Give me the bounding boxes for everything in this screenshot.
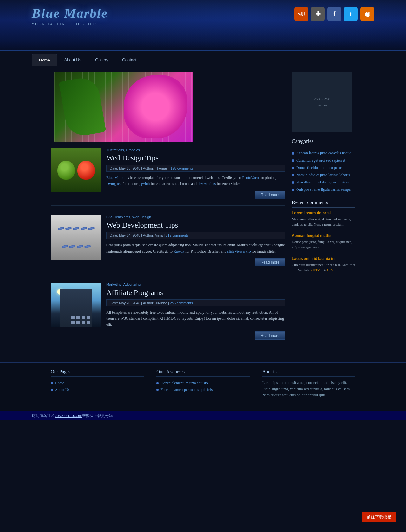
photovaco-link[interactable]: PhotoVaco xyxy=(242,176,259,180)
pill-3 xyxy=(73,226,79,230)
window-2 xyxy=(76,316,80,319)
post-1-author: Thomas xyxy=(155,166,168,170)
post-1-body: Illustrations, Graphics Wed Design Tips … xyxy=(106,148,285,199)
post-2-sep1: | Author: xyxy=(141,234,155,237)
window-8 xyxy=(87,321,90,324)
post-1-comments[interactable]: 128 comments xyxy=(170,166,193,170)
footer-link-about: About Us xyxy=(51,387,144,393)
post-2-excerpt: Cras porta porta turpis, sed ornare quam… xyxy=(106,242,285,254)
post-1-title: Wed Design Tips xyxy=(106,154,285,162)
comment-3: Lacus enim id lacinia in Curabitur ullam… xyxy=(292,256,355,276)
cat-link-3[interactable]: Donec tincidunt nibh eu purus xyxy=(296,165,342,170)
flower-decoration xyxy=(124,75,187,138)
window-3 xyxy=(82,316,85,319)
post-1-meta: Date: May 28, 2048 | Author: Thomas | 12… xyxy=(106,165,285,172)
cat-dot-6 xyxy=(292,189,294,191)
cat-link-2[interactable]: Curabitur eget orci sed sapien et xyxy=(296,158,345,163)
header: Blue Marble YOUR TAGLINE GOES HERE SU ✚ … xyxy=(0,0,406,51)
rss-icon[interactable]: ◉ xyxy=(360,7,374,21)
post-1-thumbnail xyxy=(51,148,102,192)
comment-3-text: Curabitur ullamcorper ultrices nisi. Nam… xyxy=(292,262,355,272)
post-3-body: Marketing, Advertising Affiliate Program… xyxy=(106,283,285,340)
featured-image-container xyxy=(51,72,285,142)
post-1-excerpt: Blue Marble is free css template for you… xyxy=(106,175,285,187)
pill-5 xyxy=(88,226,95,230)
pills-image xyxy=(51,215,102,260)
leaf-decoration xyxy=(59,75,106,138)
post-3-date: May 20, 2048 xyxy=(119,301,140,305)
cat-link-illustrations[interactable]: Illustrations xyxy=(106,148,124,152)
post-3-read-more[interactable]: Read more xyxy=(255,331,285,340)
cat-link-graphics[interactable]: Graphics xyxy=(126,148,140,152)
post-3-categories: Marketing, Advertising xyxy=(106,283,285,286)
cat-link-4[interactable]: Nam in odio et justo lacinia loborts xyxy=(296,173,350,177)
cat-link-1[interactable]: Aenean lacinia justo convalis neque xyxy=(296,151,351,156)
post-3-comments[interactable]: 256 comments xyxy=(170,301,193,305)
cat-link-marketing[interactable]: Marketing xyxy=(106,283,121,286)
stumbleupon-icon[interactable]: SU xyxy=(294,7,308,21)
cat-dot-3 xyxy=(292,167,294,169)
footer-resource-link-1[interactable]: Donec elementum uma et justo xyxy=(160,381,208,386)
nav-item-home[interactable]: Home xyxy=(32,54,57,66)
jwloh-link[interactable]: jwloh xyxy=(141,182,150,186)
footer-about-link[interactable]: About Us xyxy=(55,388,69,392)
rawox-link[interactable]: Rawox xyxy=(174,249,184,253)
cat-link-advertising[interactable]: Advertising xyxy=(123,283,141,286)
post-2-author: Vinia xyxy=(155,234,163,237)
dev7studios-link[interactable]: dev7studios xyxy=(198,182,216,186)
comment-2-author: Aenean feugiat mattis xyxy=(292,234,355,238)
blue-marble-link[interactable]: Blue Marble xyxy=(106,176,125,180)
banner-ad: 250 x 250banner xyxy=(292,72,352,132)
footer-columns: Our Pages Home About Us Our Resources Do… xyxy=(51,369,355,398)
post-2-comments[interactable]: 512 comments xyxy=(166,234,188,237)
post-3-title: Affiliate Programs xyxy=(106,288,285,297)
comment-2: Aenean feugiat mattis Donec pede justo, … xyxy=(292,234,355,253)
cat-link-6[interactable]: Quisque et ante ligula varius semper xyxy=(296,187,352,192)
recent-comments-section: Recent comments Lorem ipsum dolor si Mae… xyxy=(292,200,355,276)
post-1-sep1: | Author: xyxy=(141,166,155,170)
recent-comments-title: Recent comments xyxy=(292,200,355,208)
cat-link-webdesign[interactable]: Web Design xyxy=(132,215,151,219)
navigation: Home About Us Gallery Contact xyxy=(0,54,406,66)
post-3-date-label: Date: xyxy=(110,301,119,305)
pill-2 xyxy=(65,226,72,230)
dying-ice-link[interactable]: Dying Ice xyxy=(106,182,121,186)
post-1-read-more[interactable]: Read more xyxy=(255,191,285,199)
nav-item-gallery[interactable]: Gallery xyxy=(88,54,115,66)
comment-1-author: Lorem ipsum dolor si xyxy=(292,211,355,215)
building-shape xyxy=(60,289,92,327)
post-2-date: May 24, 2048 xyxy=(119,234,140,237)
featured-image xyxy=(54,72,193,142)
categories-title: Categories xyxy=(292,138,355,146)
post-2-read-more[interactable]: Read more xyxy=(255,258,285,266)
post-1: Illustrations, Graphics Wed Design Tips … xyxy=(51,148,285,206)
banner-ad-text: 250 x 250banner xyxy=(314,96,330,108)
comment-1: Lorem ipsum dolor si Maecenas tellus era… xyxy=(292,211,355,230)
cat-dot-1 xyxy=(292,152,294,155)
red-apple xyxy=(77,161,95,180)
post-1-date-label: Date: xyxy=(110,166,119,170)
nav-item-contact[interactable]: Contact xyxy=(115,54,143,66)
digg-icon[interactable]: ✚ xyxy=(311,7,325,21)
slideviewerpro-link[interactable]: slideViewerPro xyxy=(227,249,251,253)
cat-link-5[interactable]: Phasellus ut nisl diam, nec ultrices xyxy=(296,180,349,185)
post-2: CSS Templates, Web Design Web Developmen… xyxy=(51,215,285,273)
window-5 xyxy=(71,321,75,324)
xhtml-link[interactable]: XHTML xyxy=(310,268,323,272)
facebook-icon[interactable]: f xyxy=(327,7,341,21)
footer-home-link[interactable]: Home xyxy=(55,381,64,386)
cat-item-3: Donec tincidunt nibh eu purus xyxy=(292,164,355,171)
apples-image xyxy=(51,148,102,192)
window-4 xyxy=(87,316,90,319)
categories-section: Categories Aenean lacinia justo convalis… xyxy=(292,138,355,193)
footer-resource-link-2[interactable]: Fusce ullamcorper metus quis fels xyxy=(160,388,213,392)
css-link[interactable]: CSS xyxy=(327,268,333,272)
nav-item-about[interactable]: About Us xyxy=(57,54,88,66)
footer-col-2: Our Resources Donec elementum uma et jus… xyxy=(156,369,249,398)
green-apple xyxy=(57,161,75,180)
twitter-icon[interactable]: t xyxy=(344,7,358,21)
footer: Our Pages Home About Us Our Resources Do… xyxy=(0,362,406,411)
window-6 xyxy=(76,321,80,324)
cat-link-css[interactable]: CSS Templates xyxy=(106,215,130,219)
promo-link[interactable]: bbs.xieniao.com xyxy=(55,413,82,418)
